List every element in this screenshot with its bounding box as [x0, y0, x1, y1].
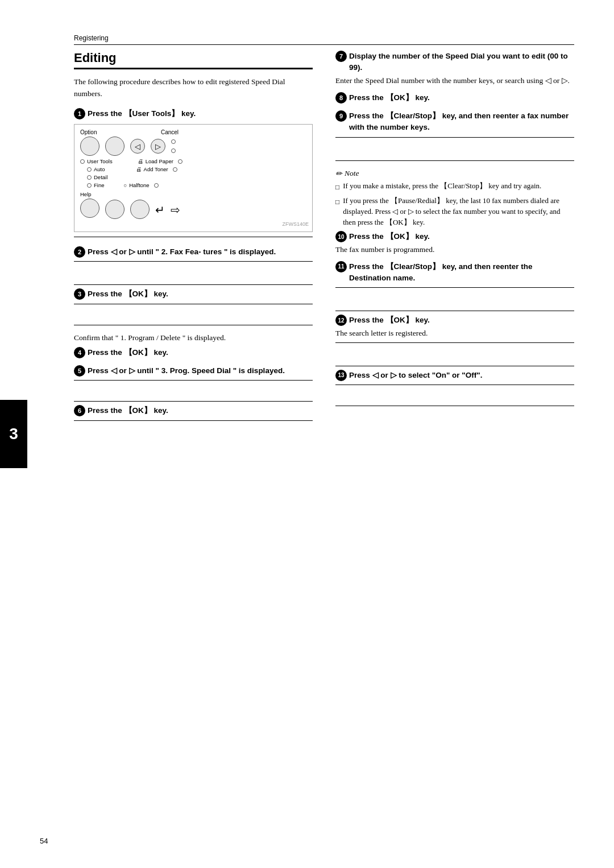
spacer-2 [74, 271, 313, 281]
note-checkbox-1: □ [335, 183, 339, 192]
kbd-option-label: Option [80, 129, 97, 135]
page: 3 Registering Editing The following proc… [0, 0, 614, 868]
step-7-number: 7 [335, 51, 347, 62]
add-toner-label: Add Toner [144, 166, 168, 172]
step-10-header: 10 Press the 【OK】 key. [335, 231, 574, 242]
step-5: 5 Press ◁ or ▷ until " 3. Prog. Speed Di… [74, 365, 313, 384]
lightning-icon: ↵ [155, 203, 165, 217]
step-5-header: 5 Press ◁ or ▷ until " 3. Prog. Speed Di… [74, 365, 313, 377]
auto-dot [87, 167, 92, 172]
spacer-9 [335, 147, 574, 157]
step-13-text: Press ◁ or ▷ to select "On" or "Off". [349, 370, 482, 381]
step-2-number: 2 [74, 246, 85, 258]
step-13: 13 Press ◁ or ▷ to select "On" or "Off". [335, 370, 574, 388]
fine-label: Fine [94, 182, 104, 188]
spacer-5 [74, 390, 313, 398]
step-7-sub: Enter the Speed Dial number with the num… [335, 75, 574, 86]
step-3-text: Press the 【OK】 key. [88, 288, 168, 300]
note-section: ✏ Note □ If you make a mistake, press th… [335, 169, 574, 232]
note-title-text: Note [345, 169, 359, 178]
confirm-text: Confirm that " 1. Program / Delete " is … [74, 332, 313, 344]
step-6-text: Press the 【OK】 key. [88, 405, 168, 416]
left-column: Editing The following procedure describe… [74, 51, 313, 430]
help-label-text: Help [80, 191, 99, 197]
step-9-text: Press the 【Clear/Stop】 key, and then ree… [349, 110, 574, 134]
step-12-header: 12 Press the 【OK】 key. [335, 315, 574, 326]
auto-label: Auto [94, 166, 105, 172]
step-12-number: 12 [335, 315, 347, 326]
step-13-divider [335, 385, 574, 385]
option-button [80, 137, 99, 156]
arrow-left-button: ◁ [130, 139, 145, 154]
user-tools-dot [80, 159, 85, 164]
step-3-header: 3 Press the 【OK】 key. [74, 288, 313, 300]
divider-3b [74, 325, 313, 325]
step-7-header: 7 Display the number of the Speed Dial y… [335, 51, 574, 74]
halftone-label: Halftone [129, 182, 149, 188]
step-12-sub: The search letter is registered. [335, 328, 574, 339]
divider-5b [74, 401, 313, 402]
step-8-text: Press the 【OK】 key. [349, 92, 430, 104]
side-tab-number: 3 [9, 425, 18, 443]
btn-center [105, 200, 125, 219]
detail-dot [87, 175, 92, 180]
spacer-13 [335, 394, 574, 402]
note-checkbox-2: □ [335, 197, 339, 207]
spacer-11 [335, 297, 574, 307]
step-1: 1 Press the 【User Tools】 key. Option Can… [74, 108, 313, 241]
fine-dot [87, 183, 92, 188]
step-12-divider [335, 342, 574, 343]
content-area: Editing The following procedure describe… [74, 51, 574, 430]
step-11-number: 11 [335, 261, 347, 272]
step-9-divider [335, 137, 574, 138]
page-header: Registering [74, 34, 574, 45]
kbd-watermark: ZFWS140E [78, 221, 309, 227]
arrow-icon: ⇨ [171, 203, 180, 217]
step-10-number: 10 [335, 231, 347, 242]
right-column: 7 Display the number of the Speed Dial y… [335, 51, 574, 430]
step-5-text: Press ◁ or ▷ until " 3. Prog. Speed Dial… [88, 365, 285, 377]
step-2: 2 Press ◁ or ▷ until " 2. Fax Fea- tures… [74, 246, 313, 265]
step-1-text: Press the 【User Tools】 key. [88, 108, 196, 119]
note-title: ✏ Note [335, 169, 574, 179]
step-2-text: Press ◁ or ▷ until " 2. Fax Fea- tures "… [88, 246, 276, 258]
spacer-12 [335, 352, 574, 362]
step-8-header: 8 Press the 【OK】 key. [335, 92, 574, 104]
note-text-1: If you make a mistake, press the 【Clear/… [343, 181, 541, 192]
page-number: 54 [40, 837, 48, 845]
step-11-text: Press the 【Clear/Stop】 key, and then ree… [349, 261, 574, 284]
step-9-header: 9 Press the 【Clear/Stop】 key, and then r… [335, 110, 574, 134]
step-1-number: 1 [74, 108, 85, 119]
step-7: 7 Display the number of the Speed Dial y… [335, 51, 574, 86]
step-8: 8 Press the 【OK】 key. [335, 92, 574, 105]
kbd-cancel-label: Cancel [161, 129, 179, 135]
step-4-text: Press the 【OK】 key. [88, 347, 168, 358]
step-13-header: 13 Press ◁ or ▷ to select "On" or "Off". [335, 370, 574, 381]
step-1-divider [74, 237, 313, 237]
note-pencil-icon: ✏ [335, 169, 342, 179]
status-lights [171, 139, 176, 153]
load-paper-label: Load Paper [146, 158, 173, 164]
section-name: Registering [74, 34, 109, 42]
section-title: Editing [74, 51, 313, 69]
divider-12b [335, 366, 574, 366]
step-2-divider [74, 261, 313, 262]
step-6-divider [74, 420, 313, 421]
add-toner-icon: 🖨 [136, 166, 142, 172]
step-7-text: Display the number of the Speed Dial you… [349, 51, 574, 74]
step-4-number: 4 [74, 347, 85, 358]
load-paper-dot [178, 159, 182, 164]
step-11-divider [335, 287, 574, 288]
keyboard-diagram: Option Cancel ◁ ▷ [74, 124, 313, 232]
step-11: 11 Press the 【Clear/Stop】 key, and then … [335, 261, 574, 292]
step-9: 9 Press the 【Clear/Stop】 key, and then r… [335, 110, 574, 141]
step-2-header: 2 Press ◁ or ▷ until " 2. Fax Fea- tures… [74, 246, 313, 258]
divider-9b [335, 160, 574, 161]
step-12: 12 Press the 【OK】 key. The search letter… [335, 315, 574, 346]
side-tab: 3 [0, 400, 27, 468]
step-4-header: 4 Press the 【OK】 key. [74, 347, 313, 358]
step-13-number: 13 [335, 370, 347, 381]
step-10: 10 Press the 【OK】 key. The fax number is… [335, 231, 574, 255]
step-3: 3 Press the 【OK】 key. [74, 288, 313, 307]
step-8-number: 8 [335, 92, 347, 104]
